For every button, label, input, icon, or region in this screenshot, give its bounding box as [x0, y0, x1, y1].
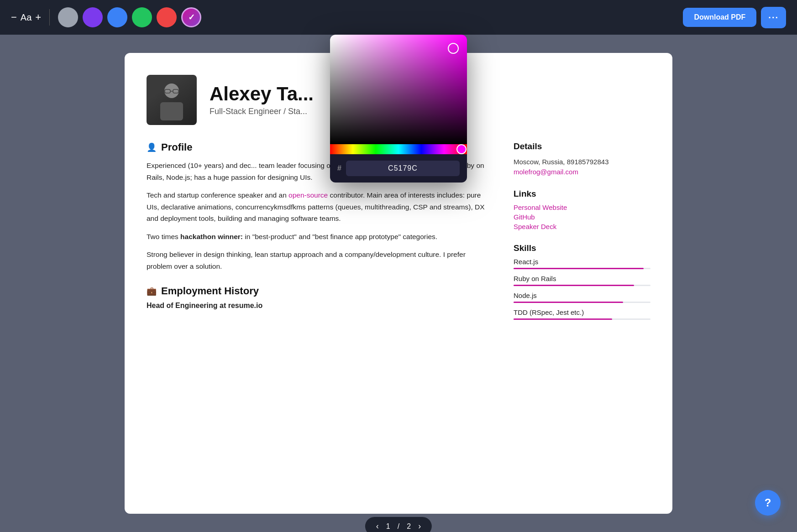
- toolbar: − Aa + Download PDF ···: [0, 0, 797, 35]
- details-location: Moscow, Russia, 89185792843: [514, 156, 650, 168]
- skill-name-rails: Ruby on Rails: [514, 275, 650, 282]
- hue-cursor: [456, 144, 467, 154]
- link-personal-website[interactable]: Personal Website: [514, 203, 650, 211]
- hex-input[interactable]: [346, 161, 460, 176]
- help-button[interactable]: ?: [755, 490, 781, 516]
- skill-bar-track-rails: [514, 285, 650, 286]
- skill-bar-track-node: [514, 302, 650, 303]
- skills-section: Skills React.js Ruby on Rails: [514, 243, 650, 320]
- resume-subtitle: Full-Stack Engineer / Sta...: [210, 107, 314, 116]
- skill-name-tdd: TDD (RSpec, Jest etc.): [514, 308, 650, 316]
- pagination-total: 2: [407, 522, 411, 531]
- color-swatch-red[interactable]: [157, 7, 177, 27]
- svg-point-0: [164, 83, 179, 98]
- skill-bar-track-react: [514, 268, 650, 269]
- link-speaker-deck[interactable]: Speaker Deck: [514, 223, 650, 230]
- toolbar-left: − Aa +: [11, 7, 677, 27]
- profile-icon: 👤: [147, 142, 157, 152]
- pagination-current: 1: [386, 522, 390, 531]
- font-decrease-button[interactable]: −: [11, 12, 17, 22]
- more-options-button[interactable]: ···: [761, 7, 786, 28]
- pagination-next[interactable]: ›: [418, 522, 421, 531]
- pagination-separator: /: [398, 522, 399, 531]
- links-section: Links Personal Website GitHub Speaker De…: [514, 189, 650, 230]
- resume-name-section: Alexey Ta... Full-Stack Engineer / Sta..…: [210, 83, 314, 116]
- picker-gradient[interactable]: [330, 35, 467, 144]
- skill-bar-fill-react: [514, 268, 644, 269]
- font-label: Aa: [21, 12, 31, 23]
- avatar: [147, 75, 197, 125]
- skill-bar-fill-tdd: [514, 318, 612, 320]
- avatar-placeholder: [147, 75, 197, 125]
- details-email[interactable]: molefrog@gmail.com: [514, 168, 578, 176]
- skill-item-react: React.js: [514, 258, 650, 269]
- links-list: Personal Website GitHub Speaker Deck: [514, 203, 650, 230]
- employment-icon: 💼: [147, 286, 157, 296]
- toolbar-right: Download PDF ···: [683, 7, 786, 28]
- details-title: Details: [514, 141, 650, 151]
- skill-bar-track-tdd: [514, 318, 650, 320]
- profile-paragraph-4: Strong believer in design thinking, lean…: [147, 249, 492, 272]
- skill-item-tdd: TDD (RSpec, Jest etc.): [514, 308, 650, 320]
- link-github[interactable]: GitHub: [514, 213, 650, 221]
- skill-item-node: Node.js: [514, 292, 650, 303]
- resume-name: Alexey Ta...: [210, 83, 314, 104]
- skills-title: Skills: [514, 243, 650, 253]
- toolbar-divider: [49, 9, 50, 26]
- color-swatch-active[interactable]: [181, 7, 201, 27]
- picker-cursor: [448, 43, 459, 54]
- hex-hash-symbol: #: [337, 164, 341, 172]
- employment-section-title: 💼 Employment History: [147, 285, 492, 297]
- color-swatch-green[interactable]: [132, 7, 152, 27]
- profile-paragraph-2: Tech and startup conference speaker and …: [147, 189, 492, 224]
- picker-hex-row: #: [330, 154, 467, 183]
- color-swatch-purple[interactable]: [83, 7, 103, 27]
- color-swatch-gray[interactable]: [58, 7, 78, 27]
- skill-bar-fill-node: [514, 302, 623, 303]
- skill-name-react: React.js: [514, 258, 650, 266]
- profile-paragraph-3: Two times hackathon winner: in "best-pro…: [147, 231, 492, 243]
- download-pdf-button[interactable]: Download PDF: [683, 8, 756, 27]
- open-source-link[interactable]: open-source: [288, 191, 328, 199]
- svg-rect-1: [160, 102, 183, 120]
- links-title: Links: [514, 189, 650, 199]
- right-column: Details Moscow, Russia, 89185792843 mole…: [514, 141, 650, 333]
- font-increase-button[interactable]: +: [35, 12, 41, 22]
- details-section: Details Moscow, Russia, 89185792843 mole…: [514, 141, 650, 176]
- pagination: ‹ 1 / 2 ›: [365, 517, 432, 532]
- avatar-image: [156, 79, 188, 120]
- skill-item-rails: Ruby on Rails: [514, 275, 650, 286]
- picker-hue[interactable]: [330, 144, 467, 154]
- color-picker-popup: #: [330, 35, 467, 183]
- color-swatches: [58, 7, 201, 27]
- skill-name-node: Node.js: [514, 292, 650, 299]
- color-swatch-blue[interactable]: [107, 7, 127, 27]
- employment-job-title: Head of Engineering at resume.io: [147, 302, 492, 310]
- skill-bar-fill-rails: [514, 285, 634, 286]
- pagination-prev[interactable]: ‹: [376, 522, 379, 531]
- font-control: − Aa +: [11, 12, 41, 23]
